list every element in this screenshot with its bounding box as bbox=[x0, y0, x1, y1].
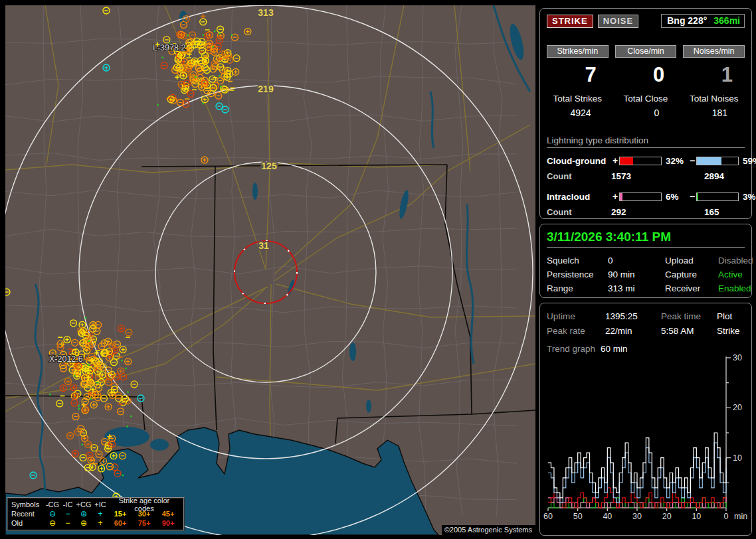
ic-negative-count: 165 bbox=[704, 207, 745, 217]
cloud-ground-label: Cloud-ground bbox=[547, 156, 611, 166]
cg-negative-bar bbox=[696, 157, 739, 165]
range-label: Range bbox=[547, 283, 608, 293]
distribution-title: Lightning type distribution bbox=[547, 135, 745, 148]
cg-plus-sign: + bbox=[611, 155, 619, 166]
trend-graph: 1020306050403020100min bbox=[543, 354, 747, 521]
capture-status: Active bbox=[718, 270, 753, 279]
svg-text:X-2012.6: X-2012.6 bbox=[49, 354, 83, 364]
ic-negative-bar bbox=[696, 193, 739, 201]
age-code-45: 45+ bbox=[156, 510, 180, 518]
legend-col-pos-cg: +CG bbox=[75, 501, 92, 508]
copyright-notice: ©2005 Astrogenic Systems bbox=[442, 525, 535, 535]
bearing-range-value: 366mi bbox=[713, 15, 740, 26]
cg-negative-count: 2894 bbox=[704, 171, 745, 181]
neg-ic-old-icon: − bbox=[60, 519, 75, 527]
legend-col-neg-ic: -IC bbox=[60, 501, 75, 508]
legend-symbols-header: Symbols bbox=[11, 501, 45, 508]
upload-label: Upload bbox=[665, 256, 718, 266]
peak-time-label: Peak time bbox=[661, 311, 717, 321]
svg-text:30: 30 bbox=[733, 354, 742, 362]
neg-ic-recent-icon: − bbox=[60, 510, 75, 518]
persistence-label: Persistence bbox=[547, 270, 608, 279]
strike-mode-button[interactable]: STRIKE bbox=[547, 15, 593, 28]
close-per-min-button[interactable]: Close/min bbox=[615, 45, 677, 58]
stats-panel: STRIKE NOISE Bng 228°366mi Strikes/min C… bbox=[539, 8, 752, 219]
total-close-value: 0 bbox=[615, 108, 677, 118]
ic-plus-sign: + bbox=[611, 191, 619, 202]
svg-text:30: 30 bbox=[632, 512, 642, 521]
total-noises-label: Total Noises bbox=[683, 94, 745, 104]
noises-per-min-button[interactable]: Noises/min bbox=[683, 45, 745, 58]
svg-text:31: 31 bbox=[258, 240, 269, 251]
squelch-label: Squelch bbox=[547, 256, 608, 266]
neg-cg-old-icon: ⊖ bbox=[45, 519, 60, 527]
pos-cg-recent-icon: ⊕ bbox=[75, 510, 92, 518]
age-code-75: 75+ bbox=[132, 519, 156, 527]
svg-text:10: 10 bbox=[733, 453, 742, 463]
receiver-label: Receiver bbox=[665, 283, 718, 293]
status-panel: 3/11/2026 3:40:11 PM Squelch 0 Upload Di… bbox=[539, 224, 752, 298]
age-code-15: 15+ bbox=[108, 510, 132, 518]
peak-rate-label: Peak rate bbox=[547, 326, 605, 336]
pos-ic-recent-icon: + bbox=[92, 510, 108, 518]
total-close-label: Total Close bbox=[615, 94, 677, 104]
svg-text:60: 60 bbox=[543, 512, 553, 521]
cg-positive-bar bbox=[619, 157, 662, 165]
ic-positive-count: 292 bbox=[611, 207, 704, 217]
cg-negative-percent: 59% bbox=[739, 156, 756, 166]
noises-per-min-value: 1 bbox=[683, 63, 745, 90]
cg-count-label: Count bbox=[547, 171, 611, 181]
trend-graph-label: Trend graph bbox=[547, 344, 595, 354]
cg-minus-sign: − bbox=[688, 155, 696, 166]
close-per-min-value: 0 bbox=[615, 63, 677, 90]
svg-text:125: 125 bbox=[261, 161, 277, 171]
persistence-value: 90 min bbox=[608, 270, 665, 279]
squelch-value: 0 bbox=[608, 256, 665, 266]
sidebar: STRIKE NOISE Bng 228°366mi Strikes/min C… bbox=[539, 8, 752, 536]
svg-text:20: 20 bbox=[662, 512, 672, 521]
ic-count-label: Count bbox=[547, 207, 611, 217]
pos-cg-old-icon: ⊕ bbox=[75, 519, 92, 527]
uptime-value: 1395:25 bbox=[605, 311, 661, 321]
plot-label: Plot bbox=[717, 311, 745, 321]
peak-time-value: 5:58 AM bbox=[661, 326, 717, 336]
strikes-per-min-button[interactable]: Strikes/min bbox=[547, 45, 609, 58]
ic-positive-percent: 6% bbox=[662, 192, 688, 202]
peak-rate-value: 22/min bbox=[605, 326, 661, 336]
strikes-per-min-value: 7 bbox=[547, 63, 609, 90]
uptime-label: Uptime bbox=[547, 311, 605, 321]
legend-col-neg-cg: -CG bbox=[45, 501, 60, 508]
cg-positive-count: 1573 bbox=[611, 171, 704, 181]
svg-text:40: 40 bbox=[603, 512, 612, 521]
plot-type-value: Strike bbox=[717, 326, 745, 336]
datetime-display: 3/11/2026 3:40:11 PM bbox=[547, 230, 745, 248]
total-noises-value: 181 bbox=[683, 108, 745, 118]
legend-row-old-label: Old bbox=[11, 519, 45, 527]
cg-positive-percent: 32% bbox=[662, 156, 688, 166]
lightning-map[interactable]: 31321912531L-3978.2X-2012.6 Symbols -CG … bbox=[5, 5, 535, 535]
ic-negative-percent: 3% bbox=[739, 192, 756, 202]
age-code-90: 90+ bbox=[156, 519, 180, 527]
svg-text:L-3978.2: L-3978.2 bbox=[153, 43, 185, 52]
trend-graph-window: 60 min bbox=[601, 344, 628, 354]
intracloud-label: Intracloud bbox=[547, 192, 611, 202]
total-strikes-value: 4924 bbox=[547, 108, 609, 118]
bearing-value: Bng 228° bbox=[667, 15, 707, 26]
neg-cg-recent-icon: ⊖ bbox=[45, 510, 60, 518]
map-canvas: 31321912531L-3978.2X-2012.6 bbox=[5, 5, 535, 535]
receiver-status: Enabled bbox=[718, 283, 753, 293]
strike-legend: Symbols -CG -IC +CG +IC Strike age color… bbox=[7, 497, 185, 531]
legend-row-recent-label: Recent bbox=[11, 510, 45, 518]
range-value: 313 mi bbox=[608, 283, 665, 293]
total-strikes-label: Total Strikes bbox=[547, 94, 609, 104]
svg-text:219: 219 bbox=[258, 84, 274, 94]
ic-positive-bar bbox=[619, 193, 662, 201]
svg-text:20: 20 bbox=[733, 403, 742, 412]
capture-label: Capture bbox=[665, 270, 718, 279]
svg-text:313: 313 bbox=[258, 7, 274, 18]
svg-text:10: 10 bbox=[692, 512, 701, 521]
noise-mode-button[interactable]: NOISE bbox=[598, 15, 638, 28]
session-panel: Uptime 1395:25 Peak time Plot Peak rate … bbox=[539, 303, 752, 536]
age-code-60: 60+ bbox=[108, 519, 132, 527]
svg-text:min: min bbox=[734, 512, 747, 521]
